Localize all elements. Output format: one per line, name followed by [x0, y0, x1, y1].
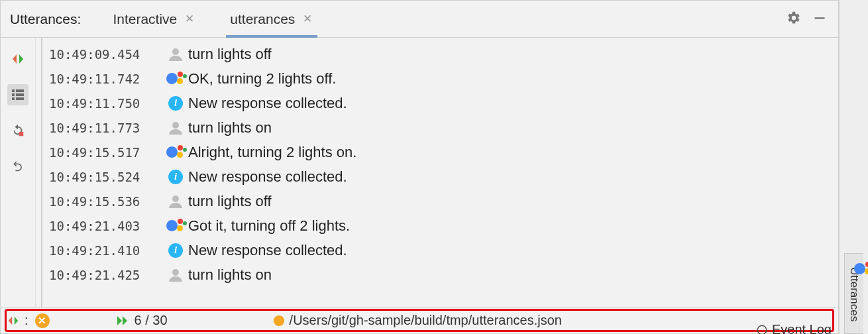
step-icon[interactable]: : — [7, 313, 28, 328]
log-row: 10:49:11.750iNew response collected. — [49, 91, 838, 115]
svg-marker-16 — [117, 316, 122, 325]
gear-icon[interactable] — [784, 8, 804, 30]
log-message: OK, turning 2 lights off. — [188, 70, 336, 87]
close-icon[interactable]: ✕ — [301, 11, 313, 27]
timestamp: 10:49:15.517 — [49, 145, 163, 160]
event-log-link[interactable]: Event Log — [756, 322, 832, 334]
svg-rect-8 — [16, 97, 24, 100]
event-log-icon — [756, 324, 768, 335]
log-row: 10:49:15.524iNew response collected. — [49, 164, 838, 189]
log-message: turn lights on — [188, 266, 272, 284]
timestamp: 10:49:21.403 — [49, 219, 163, 233]
log-row: 10:49:09.454turn lights off — [49, 42, 838, 66]
tab-label: utterances — [230, 11, 295, 27]
svg-point-13 — [172, 269, 179, 276]
run-progress: 6 / 30 — [116, 313, 168, 328]
user-icon — [168, 120, 184, 136]
file-path-segment: /Users/git/gh-sample/build/tmp/utterance… — [274, 313, 562, 328]
status-bar: : ✕ 6 / 30 /Users/git/gh-sample/build/tm… — [1, 307, 838, 333]
side-tab-utterances[interactable]: Utterances — [844, 253, 863, 334]
minimize-icon[interactable] — [810, 9, 829, 30]
log-message: New response collected. — [188, 168, 347, 186]
timestamp: 10:49:09.454 — [49, 47, 163, 62]
step-icon[interactable] — [7, 48, 28, 70]
close-icon[interactable]: ✕ — [184, 11, 195, 27]
svg-rect-5 — [12, 93, 15, 96]
assistant-icon — [166, 145, 185, 160]
timestamp: 10:49:11.773 — [49, 121, 163, 135]
user-icon — [168, 46, 184, 62]
panel-title: Utterances: — [10, 11, 81, 27]
log-message: turn lights off — [188, 193, 272, 210]
svg-marker-17 — [123, 316, 127, 325]
svg-marker-15 — [15, 316, 18, 325]
rerun-icon[interactable] — [7, 120, 28, 141]
svg-rect-9 — [19, 132, 23, 136]
tab-utterances[interactable]: utterances ✕ — [226, 1, 317, 37]
svg-rect-0 — [815, 17, 825, 19]
tab-label: Interactive — [113, 11, 177, 27]
fast-forward-icon[interactable] — [116, 315, 129, 327]
assistant-icon — [166, 219, 185, 233]
svg-rect-3 — [12, 89, 15, 92]
tool-column — [1, 38, 35, 307]
timestamp: 10:49:15.536 — [49, 194, 163, 209]
log-row: 10:49:15.536turn lights off — [49, 189, 838, 213]
event-log-label: Event Log — [772, 322, 832, 334]
file-path: /Users/git/gh-sample/build/tmp/utterance… — [290, 313, 562, 328]
log-row: 10:49:15.517Alright, turning 2 lights on… — [49, 140, 838, 164]
timestamp: 10:49:11.750 — [49, 96, 163, 111]
right-gutter: Utterances — [839, 0, 868, 334]
progress-text: 6 / 30 — [135, 313, 168, 328]
log-row: 10:49:21.425turn lights on — [49, 262, 838, 287]
panel-header: Utterances: Interactive ✕ utterances ✕ — [1, 1, 838, 38]
info-icon: i — [168, 170, 183, 184]
svg-rect-4 — [16, 89, 24, 92]
undo-icon[interactable] — [7, 156, 28, 177]
svg-point-10 — [172, 48, 179, 55]
timestamp: 10:49:11.742 — [49, 72, 163, 86]
list-view-icon[interactable] — [7, 84, 28, 105]
user-icon — [168, 267, 184, 283]
timestamp: 10:49:15.524 — [49, 170, 163, 184]
svg-marker-2 — [19, 54, 23, 64]
info-icon: i — [168, 96, 183, 111]
log-message: New response collected. — [188, 242, 347, 259]
info-icon: i — [168, 243, 183, 258]
svg-rect-6 — [16, 93, 24, 96]
colon-label: : — [25, 313, 28, 328]
timestamp: 10:49:21.410 — [49, 243, 163, 258]
log-message: Got it, turning off 2 lights. — [188, 217, 350, 235]
timestamp: 10:49:21.425 — [49, 268, 163, 282]
svg-point-12 — [172, 195, 179, 202]
user-icon — [168, 194, 184, 209]
log-row: 10:49:21.403Got it, turning off 2 lights… — [49, 213, 838, 238]
tab-interactive[interactable]: Interactive ✕ — [109, 1, 199, 37]
svg-marker-14 — [9, 316, 12, 325]
log-message: Alright, turning 2 lights on. — [188, 144, 356, 161]
log-row: 10:49:21.410iNew response collected. — [49, 238, 838, 262]
svg-point-11 — [172, 122, 179, 129]
log-panel: 10:49:09.454turn lights off10:49:11.742O… — [35, 38, 838, 307]
status-dot-icon — [274, 315, 284, 326]
side-tab-label: Utterances — [847, 267, 861, 321]
svg-point-18 — [757, 325, 767, 334]
assistant-icon — [166, 72, 185, 86]
svg-marker-1 — [13, 54, 17, 64]
log-message: turn lights off — [188, 46, 272, 63]
log-message: New response collected. — [188, 95, 347, 112]
log-message: turn lights on — [188, 119, 272, 137]
error-icon[interactable]: ✕ — [35, 313, 50, 328]
log-row: 10:49:11.773turn lights on — [49, 115, 838, 140]
svg-rect-7 — [12, 97, 15, 100]
log-row: 10:49:11.742OK, turning 2 lights off. — [49, 66, 838, 91]
